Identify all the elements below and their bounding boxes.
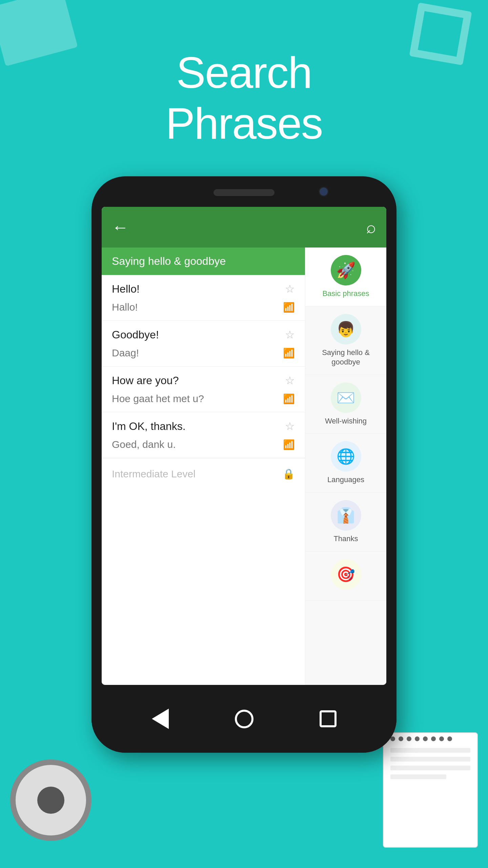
intermediate-level-row: Intermediate Level 🔒 bbox=[102, 458, 305, 489]
phrase-item-howru[interactable]: How are you? ☆ Hoe gaat het met u? 📶 bbox=[102, 367, 305, 412]
cat-label-languages: Languages bbox=[327, 475, 364, 485]
cat-icon-saying-hello: 👦 bbox=[331, 314, 361, 344]
phrase-item-imok[interactable]: I'm OK, thanks. ☆ Goed, dank u. 📶 bbox=[102, 412, 305, 458]
phrase-translation-howru: Hoe gaat het met u? bbox=[112, 393, 204, 405]
cat-icon-thanks: 👔 bbox=[331, 500, 361, 531]
cat-label-basic-phrases: Basic phrases bbox=[322, 289, 369, 299]
back-button[interactable]: ← bbox=[112, 217, 129, 237]
nav-back-button[interactable] bbox=[152, 709, 169, 729]
intermediate-label: Intermediate Level bbox=[112, 468, 196, 480]
cat-languages[interactable]: 🌐 Languages bbox=[305, 434, 386, 493]
hero-title: Search Phrases bbox=[0, 47, 488, 149]
category-panel: 🚀 Basic phrases 👦 Saying hello & goodbye bbox=[305, 248, 386, 685]
search-button[interactable]: ⌕ bbox=[366, 217, 376, 237]
phone-nav-bar bbox=[92, 685, 396, 753]
cat-label-thanks: Thanks bbox=[333, 534, 358, 544]
audio-hello[interactable]: 📶 bbox=[283, 302, 295, 313]
phone-mockup: ← ⌕ Saying hello & goodbye Hello! ☆ bbox=[92, 176, 396, 753]
cat-label-saying-hello: Saying hello & goodbye bbox=[309, 348, 383, 367]
cat-icon-well-wishing: ✉️ bbox=[331, 382, 361, 413]
cat-thanks[interactable]: 👔 Thanks bbox=[305, 493, 386, 552]
phrase-translation-imok: Goed, dank u. bbox=[112, 439, 176, 450]
cat-icon-basic-phrases: 🚀 bbox=[331, 255, 361, 285]
deco-notebook bbox=[383, 732, 478, 848]
nav-home-button[interactable] bbox=[235, 710, 253, 728]
phone-screen: ← ⌕ Saying hello & goodbye Hello! ☆ bbox=[102, 207, 386, 685]
app-bar: ← ⌕ bbox=[102, 207, 386, 248]
phrase-english-goodbye: Goodbye! bbox=[112, 329, 159, 341]
phrase-item-hello[interactable]: Hello! ☆ Hallo! 📶 bbox=[102, 275, 305, 321]
category-header: Saying hello & goodbye bbox=[102, 248, 305, 275]
phone-camera bbox=[319, 186, 329, 197]
star-imok[interactable]: ☆ bbox=[285, 420, 295, 433]
nav-recents-button[interactable] bbox=[320, 710, 337, 727]
active-arrow bbox=[305, 270, 305, 283]
star-hello[interactable]: ☆ bbox=[285, 282, 295, 295]
star-goodbye[interactable]: ☆ bbox=[285, 328, 295, 341]
phone-speaker bbox=[214, 189, 274, 196]
cat-icon-languages: 🌐 bbox=[331, 441, 361, 472]
phrase-english-howru: How are you? bbox=[112, 374, 179, 387]
audio-imok[interactable]: 📶 bbox=[283, 439, 295, 450]
phrase-translation-goodbye: Daag! bbox=[112, 347, 139, 359]
content-area: Saying hello & goodbye Hello! ☆ Hallo! 📶 bbox=[102, 248, 386, 685]
cat-well-wishing[interactable]: ✉️ Well-wishing bbox=[305, 375, 386, 434]
phrase-list: Saying hello & goodbye Hello! ☆ Hallo! 📶 bbox=[102, 248, 305, 685]
audio-goodbye[interactable]: 📶 bbox=[283, 348, 295, 359]
cat-basic-phrases[interactable]: 🚀 Basic phrases bbox=[305, 248, 386, 307]
cat-more[interactable]: 🎯 bbox=[305, 552, 386, 601]
phrase-english-imok: I'm OK, thanks. bbox=[112, 420, 186, 433]
cat-icon-more: 🎯 bbox=[331, 559, 361, 590]
phrase-translation-hello: Hallo! bbox=[112, 301, 138, 313]
phrase-item-goodbye[interactable]: Goodbye! ☆ Daag! 📶 bbox=[102, 321, 305, 367]
audio-howru[interactable]: 📶 bbox=[283, 393, 295, 405]
cat-label-well-wishing: Well-wishing bbox=[325, 416, 367, 426]
deco-camera bbox=[10, 760, 92, 841]
cat-saying-hello[interactable]: 👦 Saying hello & goodbye bbox=[305, 307, 386, 375]
lock-icon: 🔒 bbox=[282, 468, 295, 480]
star-howru[interactable]: ☆ bbox=[285, 374, 295, 387]
phrase-english-hello: Hello! bbox=[112, 283, 140, 295]
